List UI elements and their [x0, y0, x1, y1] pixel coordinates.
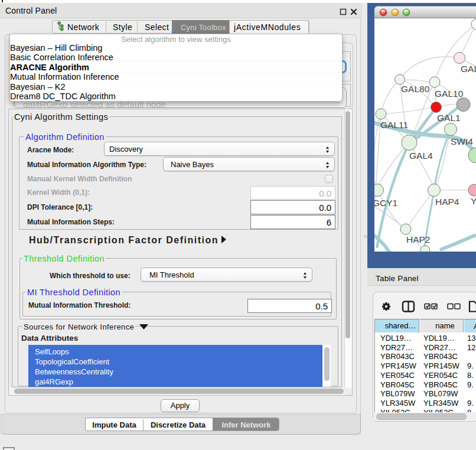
svg-text:HAP4: HAP4	[435, 197, 459, 207]
svg-text:GAL1: GAL1	[437, 113, 461, 123]
svg-text:GAL80: GAL80	[401, 84, 430, 94]
svg-text:HAP2: HAP2	[406, 234, 431, 244]
svg-text:GAL11: GAL11	[380, 120, 408, 130]
svg-text:Y: Y	[471, 196, 476, 206]
svg-text:GCY1: GCY1	[374, 198, 397, 208]
svg-text:GAL10: GAL10	[435, 89, 464, 99]
svg-text:GAL4: GAL4	[409, 151, 433, 161]
svg-text:SWI4: SWI4	[451, 136, 473, 146]
svg-text:GAL2: GAL2	[461, 64, 476, 74]
